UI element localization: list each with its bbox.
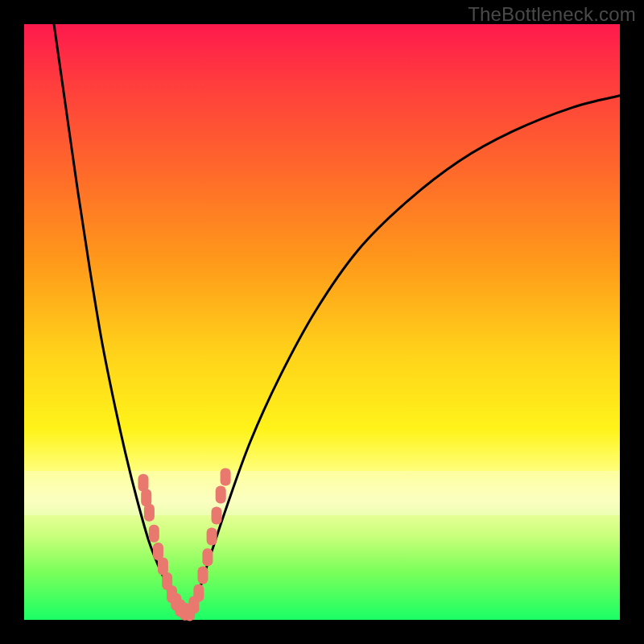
- chart-svg: [24, 24, 620, 620]
- curve-lines: [54, 24, 620, 614]
- chart-frame: TheBottleneck.com: [0, 0, 644, 644]
- plot-area: [24, 24, 620, 620]
- marker-point: [212, 507, 222, 525]
- marker-point: [198, 567, 208, 584]
- marker-point: [193, 584, 204, 602]
- series-right-curve: [185, 96, 620, 614]
- series-left-curve: [54, 24, 185, 614]
- marker-point: [216, 486, 226, 504]
- watermark-text: TheBottleneck.com: [468, 3, 636, 26]
- marker-point: [202, 548, 213, 566]
- curve-markers: [138, 468, 231, 621]
- marker-point: [149, 525, 159, 543]
- marker-point: [207, 527, 217, 545]
- marker-point: [221, 468, 231, 485]
- marker-point: [144, 504, 155, 522]
